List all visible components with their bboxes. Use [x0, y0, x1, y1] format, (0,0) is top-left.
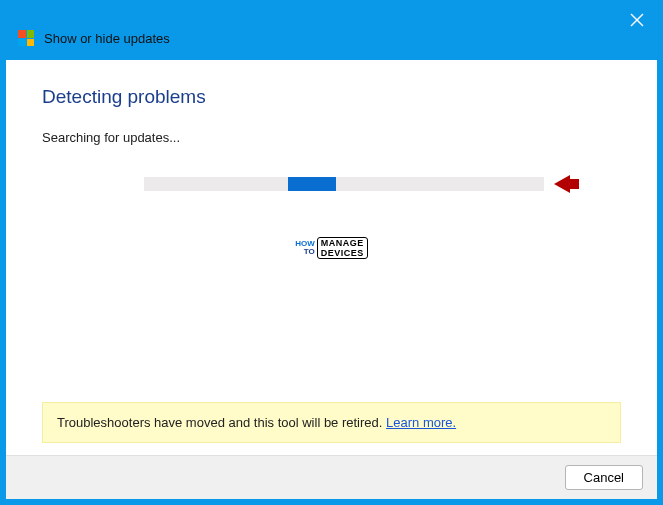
- progress-row: [102, 175, 611, 193]
- watermark: HOW TO MANAGE DEVICES: [42, 237, 621, 259]
- titlebar: Show or hide updates: [6, 6, 657, 60]
- progress-bar: [144, 177, 544, 191]
- cancel-button[interactable]: Cancel: [565, 465, 643, 490]
- windows-logo-icon: [18, 30, 34, 46]
- watermark-prefix: HOW TO: [295, 240, 315, 256]
- content-area: Detecting problems Searching for updates…: [6, 60, 657, 455]
- dialog-window: Show or hide updates Detecting problems …: [0, 0, 663, 505]
- watermark-box: MANAGE DEVICES: [317, 237, 368, 259]
- progress-chunk: [288, 177, 336, 191]
- footer: Cancel: [6, 455, 657, 499]
- close-icon[interactable]: [625, 8, 649, 32]
- page-heading: Detecting problems: [42, 86, 621, 108]
- annotation-arrow-icon: [554, 175, 570, 193]
- window-title: Show or hide updates: [44, 31, 170, 46]
- learn-more-link[interactable]: Learn more.: [386, 415, 456, 430]
- notice-text: Troubleshooters have moved and this tool…: [57, 415, 386, 430]
- status-text: Searching for updates...: [42, 130, 621, 145]
- notice-banner: Troubleshooters have moved and this tool…: [42, 402, 621, 443]
